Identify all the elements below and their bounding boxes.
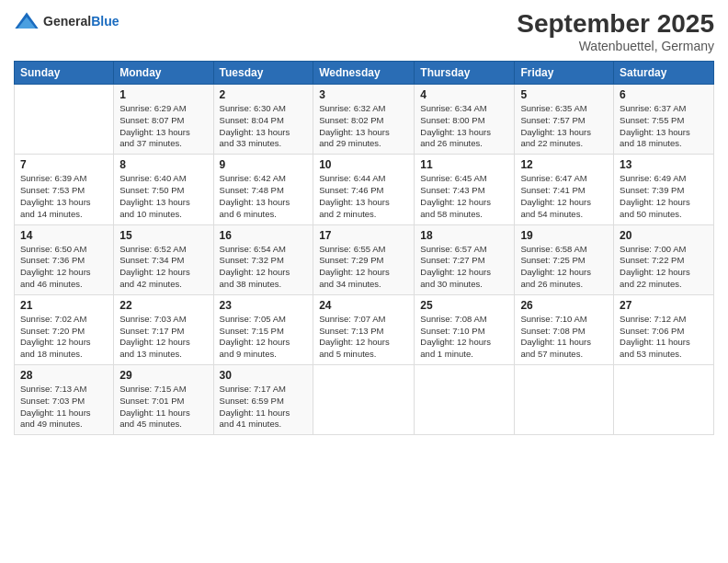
col-wednesday: Wednesday [313, 62, 415, 85]
calendar-week-row: 28Sunrise: 7:13 AM Sunset: 7:03 PM Dayli… [15, 365, 714, 435]
logo-blue: Blue [91, 14, 119, 29]
day-info: Sunrise: 7:07 AM Sunset: 7:13 PM Dayligh… [319, 314, 408, 361]
day-number: 14 [20, 229, 108, 242]
day-number: 19 [520, 229, 608, 242]
day-number: 11 [420, 158, 508, 171]
day-info: Sunrise: 6:30 AM Sunset: 8:04 PM Dayligh… [220, 103, 308, 150]
table-row: 17Sunrise: 6:55 AM Sunset: 7:29 PM Dayli… [313, 224, 415, 294]
day-info: Sunrise: 7:12 AM Sunset: 7:06 PM Dayligh… [620, 314, 708, 361]
day-number: 15 [119, 229, 207, 242]
day-number: 10 [319, 158, 408, 171]
table-row: 27Sunrise: 7:12 AM Sunset: 7:06 PM Dayli… [614, 294, 714, 364]
day-info: Sunrise: 7:00 AM Sunset: 7:22 PM Dayligh… [620, 244, 708, 291]
col-saturday: Saturday [614, 62, 714, 85]
day-info: Sunrise: 6:35 AM Sunset: 7:57 PM Dayligh… [520, 103, 608, 150]
table-row: 21Sunrise: 7:02 AM Sunset: 7:20 PM Dayli… [15, 294, 114, 364]
day-info: Sunrise: 7:05 AM Sunset: 7:15 PM Dayligh… [220, 314, 308, 361]
month-title: September 2025 [517, 9, 714, 39]
day-info: Sunrise: 6:50 AM Sunset: 7:36 PM Dayligh… [20, 244, 108, 291]
day-info: Sunrise: 7:03 AM Sunset: 7:17 PM Dayligh… [119, 314, 207, 361]
day-number: 4 [420, 88, 508, 101]
day-info: Sunrise: 6:44 AM Sunset: 7:46 PM Dayligh… [319, 173, 408, 220]
day-number: 9 [220, 158, 308, 171]
table-row: 2Sunrise: 6:30 AM Sunset: 8:04 PM Daylig… [213, 85, 313, 155]
table-row: 25Sunrise: 7:08 AM Sunset: 7:10 PM Dayli… [415, 294, 515, 364]
day-info: Sunrise: 6:52 AM Sunset: 7:34 PM Dayligh… [119, 244, 207, 291]
day-info: Sunrise: 6:29 AM Sunset: 8:07 PM Dayligh… [119, 103, 207, 150]
day-number: 24 [319, 299, 408, 312]
table-row [415, 365, 515, 435]
day-number: 7 [20, 158, 108, 171]
table-row: 15Sunrise: 6:52 AM Sunset: 7:34 PM Dayli… [114, 224, 213, 294]
day-info: Sunrise: 7:13 AM Sunset: 7:03 PM Dayligh… [20, 384, 108, 431]
table-row: 16Sunrise: 6:54 AM Sunset: 7:32 PM Dayli… [213, 224, 313, 294]
title-area: September 2025 Watenbuettel, Germany [517, 9, 714, 53]
day-number: 13 [620, 158, 708, 171]
table-row: 30Sunrise: 7:17 AM Sunset: 6:59 PM Dayli… [213, 365, 313, 435]
col-tuesday: Tuesday [213, 62, 313, 85]
calendar-week-row: 7Sunrise: 6:39 AM Sunset: 7:53 PM Daylig… [15, 155, 714, 224]
day-number: 8 [119, 158, 207, 171]
col-sunday: Sunday [15, 62, 114, 85]
day-info: Sunrise: 6:37 AM Sunset: 7:55 PM Dayligh… [620, 103, 708, 150]
table-row: 9Sunrise: 6:42 AM Sunset: 7:48 PM Daylig… [213, 155, 313, 224]
logo-icon [14, 9, 40, 35]
day-info: Sunrise: 6:39 AM Sunset: 7:53 PM Dayligh… [20, 173, 108, 220]
day-number: 27 [620, 299, 708, 312]
day-info: Sunrise: 6:45 AM Sunset: 7:43 PM Dayligh… [420, 173, 508, 220]
table-row: 13Sunrise: 6:49 AM Sunset: 7:39 PM Dayli… [614, 155, 714, 224]
day-number: 29 [119, 369, 207, 382]
day-number: 28 [20, 369, 108, 382]
day-number: 23 [220, 299, 308, 312]
calendar-header-row: Sunday Monday Tuesday Wednesday Thursday… [15, 62, 714, 85]
table-row [313, 365, 415, 435]
col-thursday: Thursday [415, 62, 515, 85]
calendar-week-row: 14Sunrise: 6:50 AM Sunset: 7:36 PM Dayli… [15, 224, 714, 294]
day-info: Sunrise: 6:34 AM Sunset: 8:00 PM Dayligh… [420, 103, 508, 150]
day-number: 18 [420, 229, 508, 242]
table-row: 14Sunrise: 6:50 AM Sunset: 7:36 PM Dayli… [15, 224, 114, 294]
day-number: 26 [520, 299, 608, 312]
table-row: 7Sunrise: 6:39 AM Sunset: 7:53 PM Daylig… [15, 155, 114, 224]
day-info: Sunrise: 6:57 AM Sunset: 7:27 PM Dayligh… [420, 244, 508, 291]
day-number: 16 [220, 229, 308, 242]
table-row: 12Sunrise: 6:47 AM Sunset: 7:41 PM Dayli… [515, 155, 614, 224]
calendar-week-row: 21Sunrise: 7:02 AM Sunset: 7:20 PM Dayli… [15, 294, 714, 364]
day-info: Sunrise: 7:17 AM Sunset: 6:59 PM Dayligh… [220, 384, 308, 431]
day-info: Sunrise: 6:49 AM Sunset: 7:39 PM Dayligh… [620, 173, 708, 220]
table-row: 23Sunrise: 7:05 AM Sunset: 7:15 PM Dayli… [213, 294, 313, 364]
calendar-week-row: 1Sunrise: 6:29 AM Sunset: 8:07 PM Daylig… [15, 85, 714, 155]
day-number: 1 [119, 88, 207, 101]
day-info: Sunrise: 6:54 AM Sunset: 7:32 PM Dayligh… [220, 244, 308, 291]
day-number: 5 [520, 88, 608, 101]
day-info: Sunrise: 6:40 AM Sunset: 7:50 PM Dayligh… [119, 173, 207, 220]
day-info: Sunrise: 7:10 AM Sunset: 7:08 PM Dayligh… [520, 314, 608, 361]
table-row: 6Sunrise: 6:37 AM Sunset: 7:55 PM Daylig… [614, 85, 714, 155]
col-monday: Monday [114, 62, 213, 85]
table-row: 1Sunrise: 6:29 AM Sunset: 8:07 PM Daylig… [114, 85, 213, 155]
day-number: 2 [220, 88, 308, 101]
table-row: 22Sunrise: 7:03 AM Sunset: 7:17 PM Dayli… [114, 294, 213, 364]
day-number: 20 [620, 229, 708, 242]
table-row: 5Sunrise: 6:35 AM Sunset: 7:57 PM Daylig… [515, 85, 614, 155]
table-row: 18Sunrise: 6:57 AM Sunset: 7:27 PM Dayli… [415, 224, 515, 294]
calendar-table: Sunday Monday Tuesday Wednesday Thursday… [14, 61, 714, 435]
col-friday: Friday [515, 62, 614, 85]
day-info: Sunrise: 6:55 AM Sunset: 7:29 PM Dayligh… [319, 244, 408, 291]
table-row [515, 365, 614, 435]
table-row [15, 85, 114, 155]
day-number: 6 [620, 88, 708, 101]
day-number: 30 [220, 369, 308, 382]
day-number: 17 [319, 229, 408, 242]
day-info: Sunrise: 6:32 AM Sunset: 8:02 PM Dayligh… [319, 103, 408, 150]
table-row: 4Sunrise: 6:34 AM Sunset: 8:00 PM Daylig… [415, 85, 515, 155]
logo-general: General [43, 14, 91, 29]
day-number: 25 [420, 299, 508, 312]
day-number: 3 [319, 88, 408, 101]
day-number: 22 [119, 299, 207, 312]
table-row: 28Sunrise: 7:13 AM Sunset: 7:03 PM Dayli… [15, 365, 114, 435]
table-row: 24Sunrise: 7:07 AM Sunset: 7:13 PM Dayli… [313, 294, 415, 364]
day-number: 21 [20, 299, 108, 312]
table-row: 19Sunrise: 6:58 AM Sunset: 7:25 PM Dayli… [515, 224, 614, 294]
table-row: 20Sunrise: 7:00 AM Sunset: 7:22 PM Dayli… [614, 224, 714, 294]
